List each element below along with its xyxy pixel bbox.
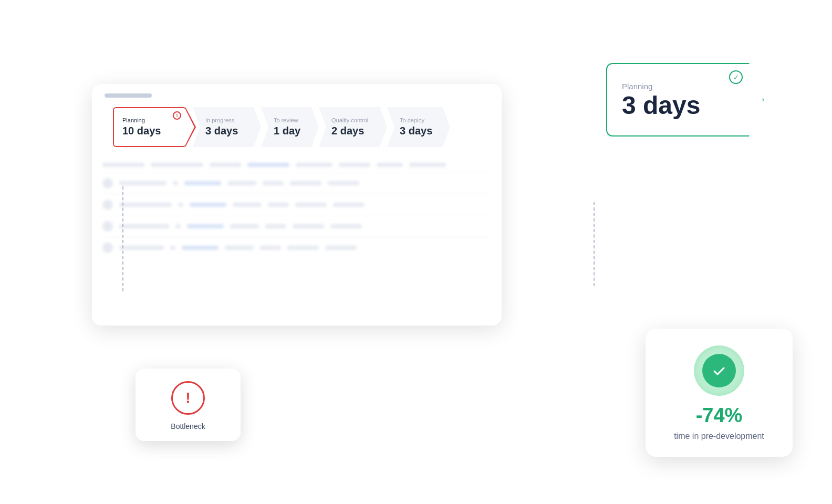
- pipeline-stage-planning[interactable]: ! Planning 10 days: [113, 107, 186, 147]
- dashed-line-right: [594, 202, 595, 286]
- table-row: [102, 194, 491, 216]
- title-placeholder: [105, 93, 152, 98]
- planning-callout: ✓ Planning 3 days: [606, 63, 764, 136]
- check-icon: ✓: [729, 70, 743, 84]
- table-row: [102, 237, 491, 259]
- stage-value-qualitycontrol: 2 days: [331, 124, 364, 137]
- dashboard-card: ! Planning 10 days In progress 3 days To…: [92, 84, 502, 326]
- pipeline: ! Planning 10 days In progress 3 days To…: [105, 107, 489, 147]
- bottleneck-label: Bottleneck: [171, 422, 205, 430]
- stage-label-qualitycontrol: Quality control: [331, 117, 368, 124]
- stage-label-planning: Planning: [122, 117, 145, 124]
- bottleneck-icon: !: [171, 381, 205, 415]
- planning-callout-value: 3 days: [622, 93, 750, 118]
- alert-icon: !: [173, 111, 181, 120]
- table-header-row: [102, 158, 491, 173]
- stats-popup: -74% time in pre-development: [646, 329, 793, 457]
- stage-value-todeploy: 3 days: [400, 124, 432, 137]
- planning-callout-label: Planning: [622, 82, 750, 91]
- table-area: [92, 158, 502, 259]
- stage-value-toreview: 1 day: [274, 124, 300, 137]
- stage-label-todeploy: To deploy: [400, 117, 424, 124]
- pipeline-stage-toreview[interactable]: To review 1 day: [261, 107, 319, 147]
- dashboard-header: ! Planning 10 days In progress 3 days To…: [92, 84, 502, 147]
- table-row: [102, 216, 491, 237]
- stage-label-inprogress: In progress: [205, 117, 234, 124]
- dashed-line-left: [122, 186, 123, 291]
- bottleneck-popup: ! Bottleneck: [136, 369, 241, 441]
- pipeline-stage-qualitycontrol[interactable]: Quality control 2 days: [319, 107, 387, 147]
- check-circle-icon: [702, 354, 736, 387]
- stage-label-toreview: To review: [274, 117, 298, 124]
- stats-percent: -74%: [696, 405, 743, 425]
- stats-circle: [694, 345, 744, 396]
- pipeline-stage-todeploy[interactable]: To deploy 3 days: [387, 107, 450, 147]
- stats-description: time in pre-development: [674, 430, 764, 442]
- stage-value-planning: 10 days: [122, 124, 161, 137]
- stage-value-inprogress: 3 days: [205, 124, 238, 137]
- pipeline-stage-inprogress[interactable]: In progress 3 days: [193, 107, 261, 147]
- table-row: [102, 173, 491, 194]
- dashboard-title-bar: [105, 93, 489, 98]
- scene: ! Planning 10 days In progress 3 days To…: [0, 0, 832, 504]
